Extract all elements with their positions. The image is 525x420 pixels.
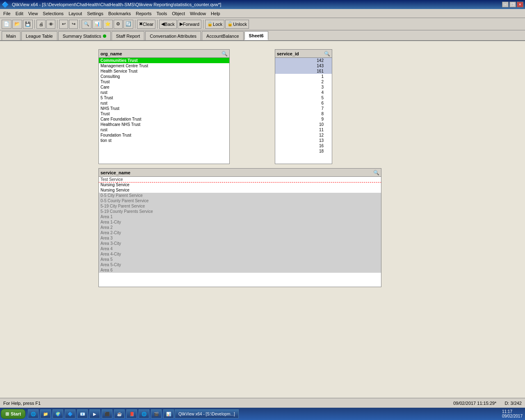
- service-name-item[interactable]: Area 1-City: [99, 219, 381, 225]
- clear-button[interactable]: ✖ Clear: [137, 20, 155, 29]
- service-name-item[interactable]: Area 3: [99, 235, 381, 241]
- menu-layout[interactable]: Layout: [66, 10, 84, 17]
- org-item[interactable]: Management Centre Trust: [99, 63, 229, 68]
- tab-summary-statistics[interactable]: Summary Statistics: [58, 31, 111, 40]
- taskbar-network-icon[interactable]: 🌍: [52, 409, 63, 418]
- close-button[interactable]: ✕: [517, 2, 523, 7]
- service-name-item[interactable]: 5-19 County Parents Service: [99, 209, 381, 214]
- service-name-item[interactable]: Area 6: [99, 267, 381, 273]
- service-name-item[interactable]: 0-5 City Parent Service: [99, 193, 381, 198]
- service-id-search-icon[interactable]: 🔍: [324, 51, 330, 57]
- service-name-item[interactable]: Area 2-City: [99, 230, 381, 235]
- service-id-list[interactable]: 142143161123456789101112131618: [275, 58, 332, 164]
- org-item[interactable]: rust: [99, 90, 229, 95]
- start-button[interactable]: ⊞ Start: [1, 409, 25, 419]
- preview-button[interactable]: 👁: [46, 20, 55, 29]
- taskbar-java-icon[interactable]: ☕: [114, 409, 125, 418]
- service-id-item[interactable]: 16: [275, 143, 332, 148]
- taskbar-browser-icon[interactable]: 🌐: [139, 409, 149, 418]
- minimize-button[interactable]: −: [502, 2, 509, 7]
- org-search-icon[interactable]: 🔍: [221, 51, 228, 57]
- menu-file[interactable]: File: [1, 10, 13, 17]
- service-name-item[interactable]: Area 5: [99, 257, 381, 262]
- menu-selections[interactable]: Selections: [40, 10, 66, 17]
- org-item[interactable]: Trust: [99, 79, 229, 84]
- taskbar-app1-icon[interactable]: 🔷: [65, 409, 75, 418]
- service-name-item[interactable]: Area 4: [99, 246, 381, 251]
- org-item[interactable]: Foundation Trust: [99, 132, 229, 138]
- menu-view[interactable]: View: [26, 10, 41, 17]
- taskbar-cmd-icon[interactable]: ⬛: [102, 409, 112, 418]
- menu-settings[interactable]: Settings: [84, 10, 106, 17]
- service-id-item[interactable]: 8: [275, 111, 332, 116]
- service-id-item[interactable]: 7: [275, 106, 332, 111]
- menu-tools[interactable]: Tools: [154, 10, 169, 17]
- service-name-item[interactable]: Area 3-City: [99, 241, 381, 246]
- service-name-item[interactable]: Nursing Service: [99, 182, 381, 187]
- org-item[interactable]: Care Foundation Trust: [99, 116, 229, 122]
- restore-button[interactable]: ❐: [509, 2, 516, 7]
- org-list[interactable]: Communities TrustManagement Centre Trust…: [99, 58, 229, 164]
- taskbar-ie-icon[interactable]: 🌐: [28, 409, 39, 418]
- taskbar-excel-icon[interactable]: 📊: [163, 409, 174, 418]
- taskbar-folder-icon[interactable]: 📁: [40, 409, 51, 418]
- org-item[interactable]: NHS Trust: [99, 106, 229, 111]
- org-item[interactable]: Healthcare NHS Trust: [99, 122, 229, 127]
- service-id-item[interactable]: 9: [275, 116, 332, 122]
- taskbar-pdf-icon[interactable]: 📕: [126, 409, 137, 418]
- menu-bookmarks[interactable]: Bookmarks: [106, 10, 133, 17]
- new-button[interactable]: 📄: [2, 20, 11, 29]
- service-name-item[interactable]: Area 4-City: [99, 251, 381, 257]
- service-name-item[interactable]: 5-19 City Parent Service: [99, 203, 381, 209]
- service-id-item[interactable]: 12: [275, 132, 332, 138]
- org-item[interactable]: rust: [99, 127, 229, 132]
- service-id-item[interactable]: 142: [275, 58, 332, 63]
- service-id-item[interactable]: 4: [275, 90, 332, 95]
- menu-reports[interactable]: Reports: [133, 10, 154, 17]
- org-item[interactable]: Communities Trust: [99, 58, 229, 63]
- lock-button[interactable]: 🔒 Lock: [205, 20, 224, 29]
- service-name-item[interactable]: Nursing Service: [99, 187, 381, 193]
- org-item[interactable]: Consulting: [99, 74, 229, 79]
- service-id-item[interactable]: 3: [275, 84, 332, 90]
- menu-object[interactable]: Object: [169, 10, 187, 17]
- taskbar-vlc-icon[interactable]: 🎬: [151, 409, 162, 418]
- service-id-item[interactable]: 161: [275, 68, 332, 74]
- taskbar-media-icon[interactable]: ▶: [89, 409, 100, 418]
- extra-button[interactable]: ⚙: [114, 20, 123, 29]
- menu-help[interactable]: Help: [208, 10, 223, 17]
- tab-conversation-attributes[interactable]: Conversation Attributes: [145, 31, 201, 40]
- refresh-button[interactable]: 🔄: [123, 20, 133, 29]
- org-item[interactable]: Health Service Trust: [99, 68, 229, 74]
- org-item[interactable]: 5 Trust: [99, 95, 229, 100]
- org-item[interactable]: Trust: [99, 111, 229, 116]
- taskbar-qlikview[interactable]: QlikView x64 - [S:\Developm...]: [175, 409, 239, 418]
- menu-edit[interactable]: Edit: [13, 10, 26, 17]
- service-id-item[interactable]: 10: [275, 122, 332, 127]
- forward-button[interactable]: ▶ Forward: [178, 20, 201, 29]
- service-id-item[interactable]: 5: [275, 95, 332, 100]
- tab-account-balance[interactable]: AccountBalance: [202, 31, 244, 40]
- tab-staff-report[interactable]: Staff Report: [112, 31, 145, 40]
- redo-button[interactable]: ↪: [69, 20, 78, 29]
- bookmark-button[interactable]: ⭐: [103, 20, 113, 29]
- back-button[interactable]: ◀ Back: [159, 20, 176, 29]
- tab-league-table[interactable]: League Table: [21, 31, 57, 40]
- print-button[interactable]: 🖨: [37, 20, 46, 29]
- service-id-item[interactable]: 1: [275, 74, 332, 79]
- service-id-item[interactable]: 13: [275, 138, 332, 143]
- service-id-item[interactable]: 18: [275, 148, 332, 154]
- org-item[interactable]: tion st: [99, 138, 229, 143]
- service-id-item[interactable]: 11: [275, 127, 332, 132]
- service-id-item[interactable]: 2: [275, 79, 332, 84]
- unlock-button[interactable]: 🔓 Unlock: [225, 20, 249, 29]
- service-id-item[interactable]: 143: [275, 63, 332, 68]
- service-name-search-icon[interactable]: 🔍: [373, 170, 379, 176]
- service-name-item[interactable]: Area 1: [99, 214, 381, 219]
- service-id-item[interactable]: 6: [275, 100, 332, 106]
- tab-sheet6[interactable]: Sheet6: [244, 31, 268, 40]
- service-name-item[interactable]: 0-5 County Parent Service: [99, 198, 381, 203]
- open-button[interactable]: 📂: [12, 20, 22, 29]
- tab-main[interactable]: Main: [2, 31, 21, 40]
- save-button[interactable]: 💾: [23, 20, 33, 29]
